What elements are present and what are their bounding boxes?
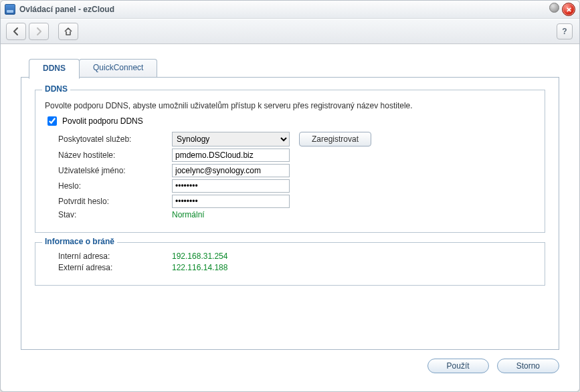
hostname-label: Název hostitele: — [58, 151, 172, 160]
password-input[interactable] — [172, 179, 290, 193]
help-button[interactable]: ? — [557, 23, 573, 39]
status-label: Stav: — [58, 210, 172, 219]
minimize-icon[interactable] — [549, 3, 559, 13]
tab-quickconnect[interactable]: QuickConnect — [79, 59, 157, 78]
gateway-legend: Informace o bráně — [42, 237, 117, 246]
username-input[interactable] — [172, 164, 290, 177]
external-address-value: 122.116.14.188 — [172, 263, 227, 272]
ddns-description: Povolte podporu DDNS, abyste umožnili už… — [45, 101, 535, 110]
tabstrip: DDNS QuickConnect — [21, 59, 559, 78]
provider-label: Poskytovatel služeb: — [58, 134, 172, 144]
gateway-fieldset: Informace o bráně Interní adresa: 192.16… — [35, 242, 545, 286]
forward-button[interactable] — [29, 23, 49, 40]
apply-button[interactable]: Použít — [427, 359, 489, 373]
tab-ddns[interactable]: DDNS — [29, 59, 80, 79]
tab-panel-ddns: DDNS Povolte podporu DDNS, abyste umožni… — [21, 77, 559, 350]
username-label: Uživatelské jméno: — [58, 166, 172, 175]
close-icon[interactable] — [562, 3, 575, 16]
confirm-password-input[interactable] — [172, 195, 290, 208]
confirm-password-label: Potvrdit heslo: — [58, 197, 172, 206]
arrow-right-icon — [34, 27, 43, 36]
home-button[interactable] — [58, 23, 78, 40]
toolbar: ? — [1, 19, 579, 44]
password-label: Heslo: — [58, 181, 172, 191]
enable-ddns-checkbox[interactable] — [47, 116, 57, 126]
provider-select[interactable]: Synology — [172, 132, 290, 146]
external-address-label: Externí adresa: — [58, 263, 172, 272]
register-button[interactable]: Zaregistrovat — [299, 132, 371, 146]
internal-address-value: 192.168.31.254 — [172, 252, 227, 261]
enable-ddns-label: Povolit podporu DDNS — [62, 116, 143, 126]
app-icon — [5, 4, 15, 15]
arrow-left-icon — [11, 27, 21, 36]
cancel-button[interactable]: Storno — [497, 359, 559, 373]
back-button[interactable] — [6, 23, 26, 40]
titlebar: Ovládací panel - ezCloud — [1, 1, 579, 19]
home-icon — [64, 27, 73, 36]
hostname-input[interactable] — [172, 149, 290, 162]
status-value: Normální — [172, 210, 205, 219]
window-title: Ovládací panel - ezCloud — [19, 5, 114, 14]
dialog-footer: Použít Storno — [1, 359, 559, 373]
close-x-icon — [566, 7, 572, 13]
window: Ovládací panel - ezCloud — [0, 0, 580, 392]
ddns-legend: DDNS — [42, 84, 70, 94]
internal-address-label: Interní adresa: — [58, 252, 172, 261]
ddns-fieldset: DDNS Povolte podporu DDNS, abyste umožni… — [35, 90, 545, 233]
